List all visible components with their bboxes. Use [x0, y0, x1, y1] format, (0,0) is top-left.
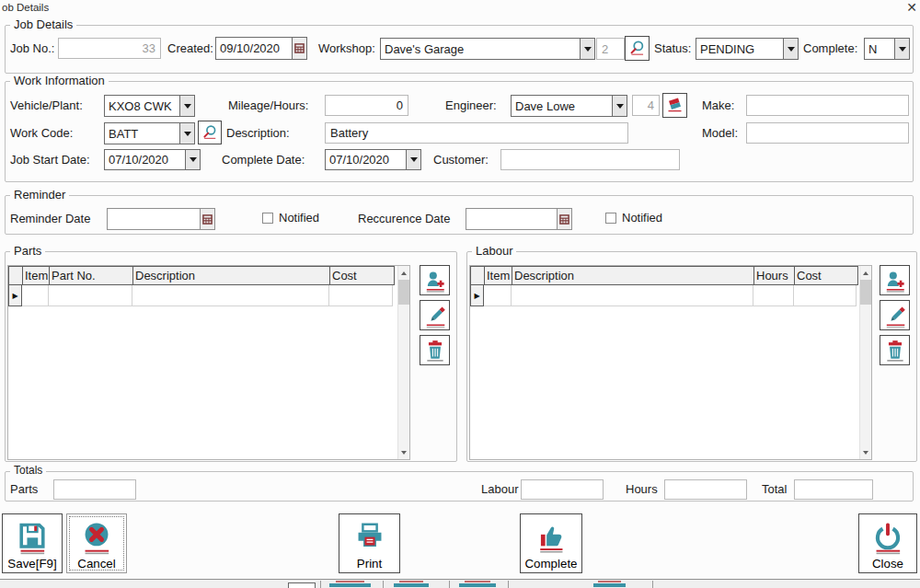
labour-edit-button[interactable] [880, 300, 910, 330]
parts-cell-part-no[interactable] [49, 285, 132, 306]
customer-label: Customer: [433, 153, 489, 167]
chevron-down-icon[interactable] [185, 150, 200, 169]
chevron-down-icon[interactable] [612, 96, 627, 116]
description-input[interactable]: Battery [325, 122, 628, 144]
parts-header-part-no[interactable]: Part No. [50, 267, 133, 284]
parts-row[interactable]: ▶ [8, 285, 395, 306]
parts-edit-button[interactable] [420, 300, 450, 330]
created-date-picker[interactable]: 09/10/2020 [215, 37, 307, 60]
scrollbar-thumb[interactable] [398, 280, 409, 305]
chevron-down-icon[interactable] [894, 39, 909, 59]
engineer-id-input[interactable]: 4 [632, 95, 660, 116]
totals-total-label: Total [762, 482, 787, 496]
close-icon[interactable]: ✕ [903, 0, 920, 15]
calendar-icon [559, 214, 569, 225]
row-selector-arrow[interactable]: ▶ [8, 285, 22, 306]
parts-header-description[interactable]: Description [133, 267, 330, 284]
labour-cell-cost[interactable] [794, 285, 857, 306]
notified-label: Notified [279, 211, 319, 225]
chevron-down-icon[interactable] [783, 39, 798, 59]
vehicle-plant-combobox[interactable]: KXO8 CWK [104, 95, 195, 117]
calendar-icon[interactable] [292, 38, 306, 59]
totals-total-input[interactable] [794, 479, 873, 500]
customer-input[interactable] [500, 149, 680, 170]
add-record-icon [423, 269, 447, 293]
totals-parts-input[interactable] [53, 479, 136, 500]
work-code-search-button[interactable] [198, 121, 222, 144]
parts-group: Parts Item Part No. Description Cost ▶ [5, 251, 457, 462]
chevron-down-icon[interactable] [580, 39, 594, 59]
chevron-down-icon[interactable] [179, 96, 194, 116]
parts-cell-item[interactable] [22, 285, 49, 306]
chevron-down-icon[interactable] [406, 150, 420, 169]
parts-add-button[interactable] [420, 265, 450, 295]
parts-header-item[interactable]: Item [23, 267, 50, 284]
print-button[interactable]: Print [339, 513, 400, 573]
make-input[interactable] [746, 95, 909, 116]
save-button[interactable]: Save[F9] [2, 513, 63, 573]
parts-delete-button[interactable] [420, 335, 450, 365]
labour-add-button[interactable] [880, 265, 910, 295]
totals-labour-input[interactable] [521, 479, 604, 500]
complete-date-picker[interactable]: 07/10/2020 [325, 149, 421, 170]
engineer-combobox[interactable]: Dave Lowe [511, 95, 627, 117]
scroll-up-icon[interactable] [398, 266, 409, 280]
labour-row[interactable]: ▶ [470, 285, 858, 306]
search-icon [627, 39, 647, 58]
recurrence-date-picker[interactable] [466, 208, 572, 230]
toolbar-separator [449, 581, 450, 588]
notified-checkbox[interactable] [262, 213, 273, 224]
job-start-date-picker[interactable]: 07/10/2020 [104, 149, 201, 170]
labour-header-cost[interactable]: Cost [795, 267, 857, 284]
labour-grid[interactable]: Item Description Hours Cost ▶ [469, 265, 872, 460]
labour-cell-description[interactable] [512, 285, 753, 306]
row-selector-arrow[interactable]: ▶ [470, 285, 484, 306]
notified2-checkbox[interactable] [605, 213, 616, 224]
labour-header-item[interactable]: Item [485, 267, 512, 284]
complete-button[interactable]: Complete [520, 513, 582, 573]
engineer-clear-button[interactable] [662, 93, 687, 118]
scroll-down-icon[interactable] [398, 445, 409, 459]
workshop-combobox[interactable]: Dave's Garage [380, 38, 595, 60]
work-code-combobox[interactable]: BATT [104, 122, 195, 144]
complete-combobox[interactable]: N [864, 38, 910, 60]
calendar-icon[interactable] [200, 209, 214, 229]
parts-grid[interactable]: Item Part No. Description Cost ▶ [7, 265, 410, 460]
scroll-up-icon[interactable] [860, 266, 871, 280]
job-no-input[interactable]: 33 [58, 38, 161, 59]
labour-delete-button[interactable] [880, 335, 910, 365]
reminder-date-picker[interactable] [107, 208, 215, 230]
workshop-search-button[interactable] [625, 36, 650, 61]
close-button[interactable]: Close [858, 513, 917, 573]
totals-hours-input[interactable] [664, 479, 747, 500]
workshop-id-input[interactable]: 2 [596, 38, 625, 60]
chevron-down-icon[interactable] [179, 123, 194, 144]
labour-header-hours[interactable]: Hours [754, 267, 795, 284]
status-combobox[interactable]: PENDING [696, 38, 799, 60]
labour-cell-hours[interactable] [753, 285, 794, 306]
cancel-button[interactable]: Cancel [66, 513, 127, 573]
labour-scrollbar[interactable] [859, 266, 871, 459]
notified2-checkbox-row: Notified [605, 211, 662, 225]
search-icon [201, 123, 219, 142]
parts-scrollbar[interactable] [397, 266, 409, 459]
mileage-hours-input[interactable]: 0 [325, 95, 408, 116]
created-label: Created: [167, 41, 213, 55]
work-information-legend: Work Information [10, 74, 109, 87]
parts-header-cost[interactable]: Cost [330, 267, 394, 284]
model-input[interactable] [746, 122, 909, 144]
reminder-legend: Reminder [10, 188, 69, 202]
labour-header-selector [471, 267, 485, 284]
scroll-down-icon[interactable] [860, 445, 871, 459]
labour-header-description[interactable]: Description [512, 267, 754, 284]
calendar-icon[interactable] [557, 209, 571, 229]
labour-cell-item[interactable] [484, 285, 512, 306]
toolbar-separator [508, 581, 509, 588]
thumbs-up-icon [535, 520, 568, 557]
eraser-icon [665, 96, 684, 115]
parts-cell-description[interactable] [132, 285, 329, 306]
parts-cell-cost[interactable] [329, 285, 393, 306]
job-no-label: Job No.: [10, 41, 54, 55]
scrollbar-thumb[interactable] [860, 280, 871, 305]
job-start-date-label: Job Start Date: [10, 153, 90, 167]
